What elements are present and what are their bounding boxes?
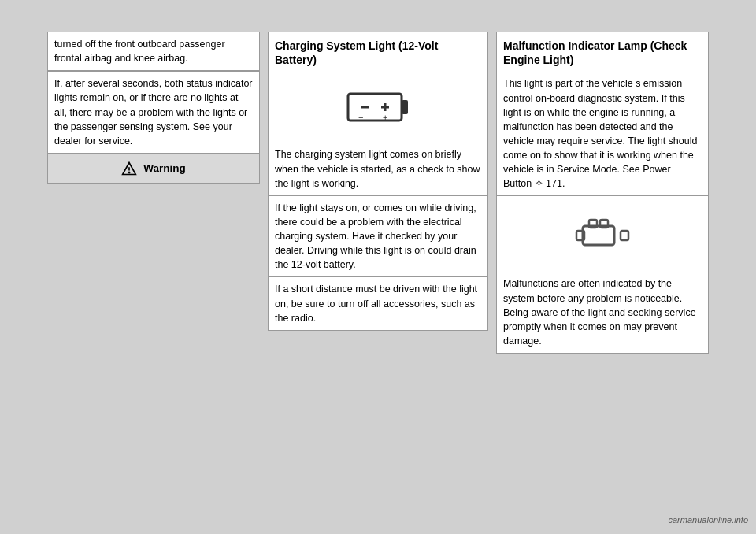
mid-text-3: If a short distance must be driven with … (275, 284, 477, 323)
left-text-block-2: If, after several seconds, both status i… (47, 71, 260, 154)
page-container: turned off the front outboard passenger … (0, 0, 756, 534)
mid-column: Charging System Light (12-Volt Battery) … (268, 32, 488, 331)
right-text-block-2: Malfunctions are often indicated by the … (496, 272, 709, 354)
svg-point-1 (129, 172, 130, 172)
mid-text-block-1: The charging system light comes on brief… (268, 143, 488, 195)
right-column: Malfunction Indicator Lamp (Check Engine… (496, 32, 709, 354)
mid-text-block-2: If the light stays on, or comes on while… (268, 196, 488, 278)
warning-label: Warning (143, 162, 186, 174)
battery-icon: − + (346, 87, 410, 127)
charging-system-header: Charging System Light (12-Volt Battery) (268, 32, 488, 72)
left-text-2: If, after several seconds, both status i… (54, 78, 253, 146)
battery-icon-block: − + (268, 72, 488, 143)
check-engine-icon (575, 210, 630, 258)
left-column: turned off the front outboard passenger … (47, 32, 260, 184)
warning-triangle-icon (121, 161, 137, 176)
svg-rect-2 (348, 94, 402, 121)
mid-text-1: The charging system light comes on brief… (275, 149, 480, 188)
mid-text-block-3: If a short distance must be driven with … (268, 277, 488, 330)
watermark: carmanualonline.info (668, 515, 748, 525)
left-text-block-1: turned off the front outboard passenger … (47, 32, 260, 71)
left-text-1: turned off the front outboard passenger … (54, 39, 225, 64)
malfunction-header: Malfunction Indicator Lamp (Check Engine… (496, 32, 709, 72)
right-text-block-1: This light is part of the vehicle s emis… (496, 72, 709, 196)
columns-wrapper: turned off the front outboard passenger … (47, 32, 709, 354)
svg-text:−: − (358, 113, 363, 122)
right-text-1: This light is part of the vehicle s emis… (503, 78, 697, 189)
svg-rect-9 (583, 226, 614, 245)
svg-text:+: + (383, 113, 387, 122)
warning-box: Warning (47, 154, 260, 184)
mid-text-2: If the light stays on, or comes on while… (275, 202, 476, 271)
svg-rect-11 (621, 231, 628, 240)
engine-icon-block (496, 196, 709, 272)
right-text-2: Malfunctions are often indicated by the … (503, 278, 696, 347)
svg-rect-3 (402, 100, 408, 114)
